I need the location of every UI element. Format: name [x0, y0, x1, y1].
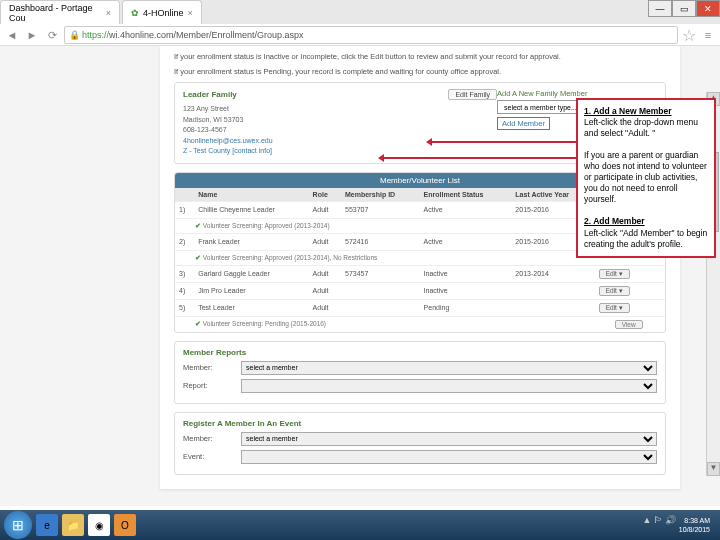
taskbar: ⊞ e 📁 ◉ O ▲ 🏳 🔊 8:38 AM 10/8/2015: [0, 510, 720, 540]
col-mid: Membership ID: [341, 188, 420, 202]
minimize-button[interactable]: —: [648, 0, 672, 17]
family-county[interactable]: Z - Test County [contact info]: [183, 146, 497, 157]
edit-button[interactable]: Edit ▾: [599, 269, 630, 279]
tray-time: 8:38 AM: [684, 517, 710, 524]
table-row: 5)Test LeaderAdultPendingEdit ▾: [175, 299, 665, 316]
reports-panel: Member Reports Member:select a member Re…: [174, 341, 666, 404]
add-member-button[interactable]: Add Member: [497, 117, 550, 130]
system-tray[interactable]: ▲ 🏳 🔊 8:38 AM 10/8/2015: [642, 515, 716, 534]
tab-strip: Dashboard - Portage Cou × ✿ 4-HOnline ×: [0, 0, 720, 24]
register-member-select[interactable]: select a member: [241, 432, 657, 446]
register-title: Register A Member In An Event: [183, 419, 657, 428]
address-bar-row: ◄ ► ⟳ 🔒 https:// wi.4honline.com/Member/…: [0, 24, 720, 46]
window-buttons: — ▭ ✕: [648, 0, 720, 17]
callout-arrow-1: [428, 141, 576, 143]
add-member-label: Add A New Family Member: [497, 89, 657, 98]
url-text: wi.4honline.com/Member/Enrollment/Group.…: [109, 30, 304, 40]
report-label: Report:: [183, 381, 233, 390]
taskbar-outlook-icon[interactable]: O: [114, 514, 136, 536]
callout-heading-2: 2. Add Member: [584, 216, 645, 226]
back-button[interactable]: ◄: [4, 27, 20, 43]
callout-arrow-2: [380, 157, 576, 159]
edit-family-button[interactable]: Edit Family: [448, 89, 497, 100]
tray-date: 10/8/2015: [679, 526, 710, 533]
member-label: Member:: [183, 434, 233, 443]
tray-icons[interactable]: ▲ 🏳 🔊: [642, 515, 676, 525]
col-role: Role: [309, 188, 341, 202]
report-select[interactable]: [241, 379, 657, 393]
lock-icon: 🔒: [69, 30, 80, 40]
tab-dashboard[interactable]: Dashboard - Portage Cou ×: [0, 0, 120, 24]
view-button[interactable]: View: [615, 320, 643, 329]
start-button[interactable]: ⊞: [4, 511, 32, 539]
bookmark-icon[interactable]: ☆: [682, 26, 696, 45]
menu-button[interactable]: ≡: [700, 27, 716, 43]
reload-button[interactable]: ⟳: [44, 27, 60, 43]
notice-pending: If your enrollment status is Pending, yo…: [174, 67, 666, 76]
event-select[interactable]: [241, 450, 657, 464]
family-city: Madison, WI 53703: [183, 115, 497, 126]
reports-title: Member Reports: [183, 348, 657, 357]
family-phone: 608-123-4567: [183, 125, 497, 136]
close-icon[interactable]: ×: [188, 8, 193, 18]
callout-text-2: If you are a parent or guardian who does…: [584, 150, 707, 204]
notice-inactive: If your enrollment status is Inactive or…: [174, 52, 666, 61]
callout-text-1: Left-click the drop-down menu and select…: [584, 117, 698, 138]
tab-label: Dashboard - Portage Cou: [9, 3, 102, 23]
close-icon[interactable]: ×: [106, 8, 111, 18]
table-row: ✔ Volunteer Screening: Pending (2015-201…: [175, 316, 665, 332]
taskbar-chrome-icon[interactable]: ◉: [88, 514, 110, 536]
maximize-button[interactable]: ▭: [672, 0, 696, 17]
callout-text-3: Left-click "Add Member" to begin creatin…: [584, 228, 707, 249]
tab-4honline[interactable]: ✿ 4-HOnline ×: [122, 0, 202, 24]
member-label: Member:: [183, 363, 233, 372]
report-member-select[interactable]: select a member: [241, 361, 657, 375]
taskbar-ie-icon[interactable]: e: [36, 514, 58, 536]
browser-chrome: — ▭ ✕ Dashboard - Portage Cou × ✿ 4-HOnl…: [0, 0, 720, 46]
taskbar-explorer-icon[interactable]: 📁: [62, 514, 84, 536]
edit-button[interactable]: Edit ▾: [599, 286, 630, 296]
callout-heading-1: 1. Add a New Member: [584, 106, 672, 116]
table-row: 4)Jim Pro LeaderAdultInactiveEdit ▾: [175, 282, 665, 299]
tab-label: 4-HOnline: [143, 8, 184, 18]
forward-button[interactable]: ►: [24, 27, 40, 43]
instruction-callout: 1. Add a New Member Left-click the drop-…: [576, 98, 716, 258]
table-row: 3)Garlard Gaggle LeaderAdult573457Inacti…: [175, 265, 665, 282]
url-scheme: https://: [82, 30, 109, 40]
col-status: Enrollment Status: [420, 188, 512, 202]
family-address: 123 Any Street: [183, 104, 497, 115]
event-label: Event:: [183, 452, 233, 461]
clover-icon: ✿: [131, 8, 139, 18]
edit-button[interactable]: Edit ▾: [599, 303, 630, 313]
url-input[interactable]: 🔒 https:// wi.4honline.com/Member/Enroll…: [64, 26, 678, 44]
family-title: Leader Family: [183, 90, 237, 99]
col-name: Name: [194, 188, 308, 202]
close-button[interactable]: ✕: [696, 0, 720, 17]
register-panel: Register A Member In An Event Member:sel…: [174, 412, 666, 475]
scroll-down-button[interactable]: ▼: [707, 462, 720, 476]
